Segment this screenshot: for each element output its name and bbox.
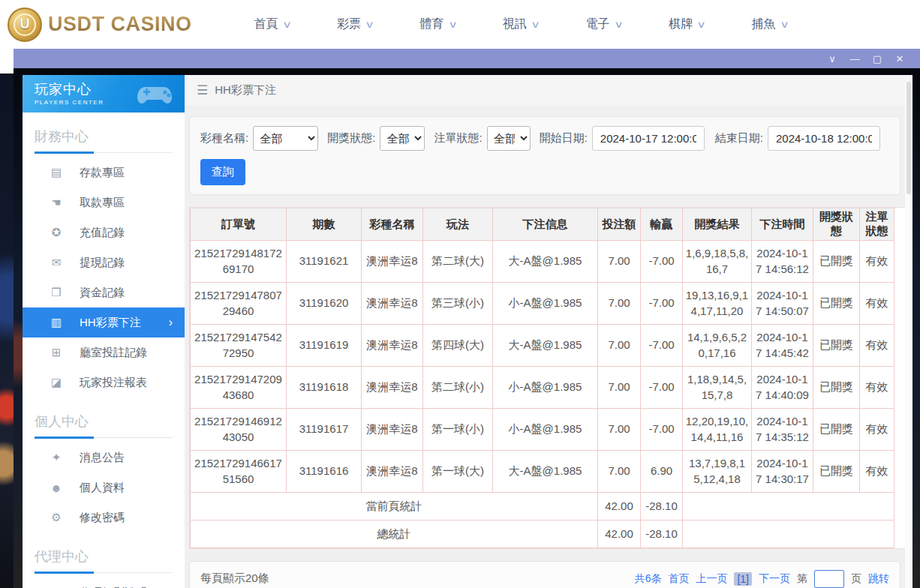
jump-button[interactable]: 跳转	[868, 572, 889, 586]
cell: 第一球(大)	[423, 451, 493, 493]
first-page-link[interactable]: 首页	[668, 572, 689, 586]
nav-item-6[interactable]: 捕魚 ∨	[744, 16, 796, 32]
sidebar-item-0-0[interactable]: ▤ 存款專區	[23, 158, 185, 188]
vertical-scrollbar[interactable]	[905, 82, 912, 588]
window-maximize-icon[interactable]: ▢	[866, 53, 888, 64]
coin-logo-icon: U	[8, 8, 42, 42]
recharge-coin-icon: ✪	[50, 226, 63, 239]
cell: 2024-10-17 14:35:12	[752, 409, 813, 451]
sidebar-sections: 財務中心 ▤ 存款專區 ☚ 取款專區 ✪ 充值記錄 ✉ 提現記錄 ❒ 資金記	[23, 128, 185, 588]
page-jump-input[interactable]	[814, 570, 844, 588]
nav-item-5[interactable]: 棋牌 ∨	[661, 16, 713, 32]
window-titlebar[interactable]: ∨ — ▢ ✕	[14, 49, 920, 68]
filter-panel: 彩種名稱: 全部 開獎狀態: 全部 注單狀態: 全部 開始日期: 結束日期: 查…	[189, 116, 900, 195]
current-page-badge: [1]	[734, 572, 752, 586]
scrollbar-thumb[interactable]	[906, 82, 911, 194]
coin-letter: U	[14, 14, 36, 36]
cell: 2152172914691243050	[191, 409, 287, 451]
nav-item-label: 體育	[420, 16, 444, 32]
cell: 已開獎	[813, 325, 860, 367]
hamburger-icon[interactable]: ☰	[197, 82, 208, 98]
lottery-name-select[interactable]: 全部	[253, 126, 318, 151]
nav-item-4[interactable]: 電子 ∨	[579, 16, 630, 32]
cell: 31191618	[287, 367, 362, 409]
cell: 31191621	[287, 241, 362, 283]
sidebar-item-label: 充值記錄	[80, 226, 125, 240]
column-header-0: 訂單號	[191, 208, 287, 241]
end-date-input[interactable]	[768, 126, 880, 151]
column-header-9: 開獎狀態	[813, 208, 860, 241]
sidebar-item-2-0[interactable]: ❏ 代理規則說明	[23, 578, 185, 588]
order-status-label: 注單狀態:	[434, 131, 482, 146]
end-date-label: 結束日期:	[715, 131, 763, 146]
bell-icon: ✦	[50, 451, 63, 464]
nav-item-0[interactable]: 首頁 ∨	[247, 16, 299, 32]
order-status-select[interactable]: 全部	[487, 126, 531, 151]
gear-icon: ⚙	[50, 511, 63, 524]
cell: 有效	[860, 241, 894, 283]
column-header-4: 下注信息	[493, 208, 598, 241]
cell: 2024-10-17 14:56:12	[752, 241, 813, 283]
window-dropdown-icon[interactable]: ∨	[821, 53, 843, 64]
search-button[interactable]: 查詢	[200, 159, 245, 185]
top-navigation-bar: U USDT CASINO 首頁 ∨ 彩票 ∨ 體育 ∨ 視訊 ∨ 電子 ∨ 棋…	[0, 0, 920, 49]
nav-item-label: 捕魚	[752, 16, 776, 32]
sidebar-item-label: 廳室投註記錄	[80, 346, 147, 360]
nav-item-1[interactable]: 彩票 ∨	[329, 16, 381, 32]
sidebar-item-0-6[interactable]: ⊞ 廳室投註記錄	[23, 338, 185, 368]
start-date-input[interactable]	[592, 126, 705, 151]
sidebar-item-0-7[interactable]: ◪ 玩家投注報表	[23, 368, 185, 398]
sidebar-item-0-5[interactable]: ▥ HH彩票下注 ›	[23, 308, 185, 338]
pagination: 共6条 首页 上一页 [1] 下一页 第 页 跳转	[635, 570, 889, 588]
cell: 澳洲幸运8	[362, 367, 423, 409]
summary-row: 總統計42.00-28.10	[191, 520, 894, 548]
cell: 有效	[860, 283, 894, 325]
funds-wallet-icon: ❒	[50, 286, 63, 299]
table-row: 215217291466175156031191616澳洲幸运8第一球(大)大-…	[191, 451, 894, 493]
hall-list-icon: ⊞	[50, 346, 63, 359]
cell: 澳洲幸运8	[362, 409, 423, 451]
nav-item-3[interactable]: 視訊 ∨	[495, 16, 547, 32]
cell: 2024-10-17 14:40:09	[752, 367, 813, 409]
prev-page-link[interactable]: 上一页	[696, 572, 727, 586]
sidebar-item-1-1[interactable]: ☻ 個人資料	[23, 472, 185, 502]
window-close-icon[interactable]: ✕	[888, 53, 911, 64]
usdt-casino-logo[interactable]: U USDT CASINO	[8, 8, 192, 42]
sidebar-item-label: 代理規則說明	[80, 586, 147, 588]
cell: 2152172914661751560	[191, 451, 287, 493]
cell: 7.00	[598, 241, 641, 283]
column-header-3: 玩法	[423, 208, 493, 241]
cell: 第二球(小)	[423, 367, 493, 409]
nav-item-label: 彩票	[337, 16, 361, 32]
summary-win-loss: -28.10	[641, 520, 683, 548]
sidebar-item-1-2[interactable]: ⚙ 修改密碼	[23, 502, 185, 532]
cell: -7.00	[641, 367, 683, 409]
nav-item-2[interactable]: 體育 ∨	[413, 16, 465, 32]
column-header-5: 投注額	[598, 208, 641, 241]
draw-status-select[interactable]: 全部	[380, 126, 425, 151]
sidebar-item-0-3[interactable]: ✉ 提現記錄	[23, 248, 185, 278]
cell: 有效	[860, 451, 894, 493]
lottery-book-icon: ▥	[50, 316, 63, 329]
cell: 大-A盤@1.985	[493, 241, 598, 283]
casino-background-image	[0, 74, 14, 588]
chevron-down-icon: ∨	[614, 19, 624, 30]
cell: 已開獎	[813, 409, 860, 451]
sidebar-item-0-4[interactable]: ❒ 資金記錄	[23, 278, 185, 308]
nav-item-label: 電子	[586, 16, 610, 32]
cell: 小-A盤@1.985	[493, 283, 598, 325]
cell: 第一球(小)	[423, 409, 493, 451]
sidebar-item-1-0[interactable]: ✦ 消息公告	[23, 442, 185, 472]
cell: 2024-10-17 14:50:07	[752, 283, 813, 325]
sidebar: 玩家中心 PLAYERS CENTER 財務中心 ▤ 存款專區 ☚ 取款專區 ✪	[23, 75, 185, 588]
sidebar-item-0-1[interactable]: ☚ 取款專區	[23, 188, 185, 218]
table-header-row: 訂單號期數彩種名稱玩法下注信息投注額輸贏開獎結果下注時間開獎狀態注單狀態	[191, 208, 894, 241]
withdraw-hand-icon: ☚	[50, 196, 63, 209]
window-minimize-icon[interactable]: —	[843, 53, 866, 64]
sidebar-item-label: 資金記錄	[80, 286, 125, 300]
sidebar-item-0-2[interactable]: ✪ 充值記錄	[23, 218, 185, 248]
next-page-link[interactable]: 下一页	[759, 572, 790, 586]
logo-text: USDT CASINO	[48, 13, 192, 36]
sidebar-item-label: HH彩票下注	[80, 316, 141, 330]
sidebar-items: ❏ 代理規則說明	[23, 578, 185, 588]
